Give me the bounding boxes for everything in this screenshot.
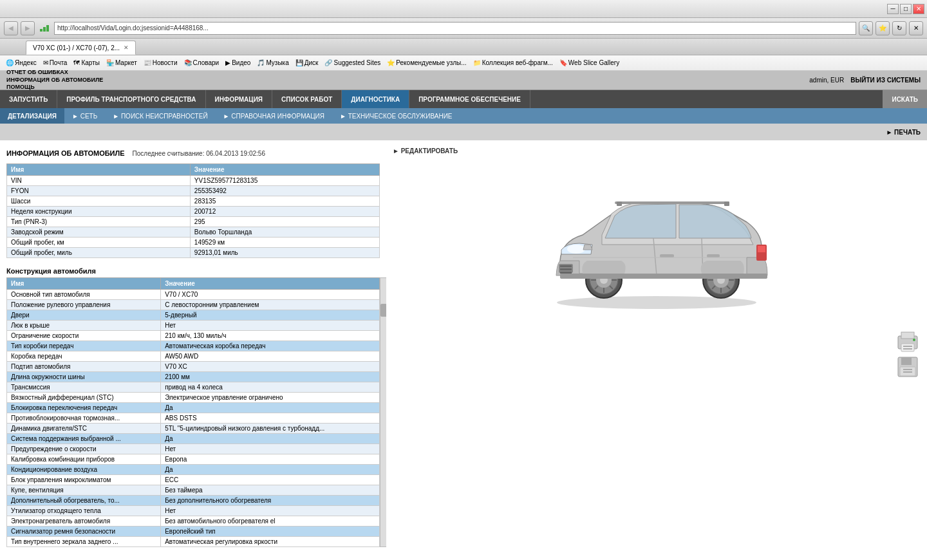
titlebar-buttons: ─ □ ✕ xyxy=(887,4,924,14)
svg-rect-14 xyxy=(758,246,765,252)
fav-item-suggested[interactable]: 🔗 Suggested Sites xyxy=(323,59,382,67)
app-header: ОТЧЕТ ОБ ОШИБКАХ ИНФОРМАЦИЯ ОБ АВТОМОБИЛ… xyxy=(0,71,927,90)
fav-icon-yandex: 🌐 xyxy=(6,59,14,66)
nav-info[interactable]: ИНФОРМАЦИЯ xyxy=(206,90,273,108)
sub-nav: ДЕТАЛИЗАЦИЯ ► СЕТЬ ► ПОИСК НЕИСПРАВНОСТЕ… xyxy=(0,108,927,124)
fav-item-disk[interactable]: 💾 Диск xyxy=(294,59,321,67)
active-tab[interactable]: V70 XC (01-) / XC70 (-07), 2... ✕ xyxy=(26,41,136,55)
construction-name-cell: Вязкостный дифференциал (STC) xyxy=(7,393,161,403)
main-nav: ЗАПУСТИТЬ ПРОФИЛЬ ТРАНСПОРТНОГО СРЕДСТВА… xyxy=(0,90,927,108)
svg-rect-42 xyxy=(901,344,914,351)
fav-item-mail[interactable]: ✉ Почта xyxy=(41,59,70,67)
printer-icon xyxy=(895,328,921,354)
svg-rect-9 xyxy=(560,265,572,267)
maximize-button[interactable]: □ xyxy=(900,4,912,14)
construction-value-cell: 210 км/ч, 130 миль/ч xyxy=(161,331,380,341)
fav-item-yandex[interactable]: 🌐 Яндекс xyxy=(4,59,39,67)
print-button[interactable]: ► ПЕЧАТЬ xyxy=(886,129,921,136)
nav-profile[interactable]: ПРОФИЛЬ ТРАНСПОРТНОГО СРЕДСТВА xyxy=(57,90,205,108)
construction-col-value: Значение xyxy=(161,278,380,290)
tab-close-icon[interactable]: ✕ xyxy=(124,44,129,51)
fav-item-dict[interactable]: 📚 Словари xyxy=(182,59,221,67)
address-input[interactable]: http://localhost/Vida/Login.do;jsessioni… xyxy=(54,22,856,35)
construction-value-cell: Электрическое управление ограничено xyxy=(161,393,380,403)
edit-button[interactable]: ► РЕДАКТИРОВАТЬ xyxy=(393,147,458,154)
back-button[interactable]: ◀ xyxy=(4,21,18,35)
construction-value-cell: Да xyxy=(161,403,380,413)
vehicle-info-name-cell: Общий пробег, км xyxy=(7,238,191,248)
nav-software[interactable]: ПРОГРАММНОЕ ОБЕСПЕЧЕНИЕ xyxy=(409,90,530,108)
logout-button[interactable]: ВЫЙТИ ИЗ СИСТЕМЫ xyxy=(850,77,921,84)
fav-icon-collection: 📁 xyxy=(473,59,481,66)
fav-item-news[interactable]: 📰 Новости xyxy=(142,59,180,67)
favorites-bar: 🌐 Яндекс ✉ Почта 🗺 Карты 🏪 Маркет 📰 Ново… xyxy=(0,55,927,71)
refresh-button[interactable]: ↻ xyxy=(892,21,906,35)
svg-rect-47 xyxy=(901,357,912,365)
search-icon[interactable]: 🔍 xyxy=(859,21,873,35)
construction-name-cell: Тип внутреннего зеркала заднего ... xyxy=(7,537,161,547)
car-image-container xyxy=(393,174,921,315)
stop-button[interactable]: ✕ xyxy=(909,21,923,35)
svg-point-45 xyxy=(913,339,915,341)
nav-launch[interactable]: ЗАПУСТИТЬ xyxy=(0,90,57,108)
vehicle-info-value-cell: 295 xyxy=(190,217,379,227)
construction-name-cell: Трансмиссия xyxy=(7,382,161,393)
construction-value-cell: V70 / XC70 xyxy=(161,290,380,300)
action-bar: ► ПЕЧАТЬ xyxy=(0,124,927,140)
fav-item-collection[interactable]: 📁 Коллекция веб-фрагм... xyxy=(471,59,555,67)
svg-rect-49 xyxy=(903,369,912,370)
subnav-troubleshoot[interactable]: ► ПОИСК НЕИСПРАВНОСТЕЙ xyxy=(105,108,215,124)
construction-name-cell: Сигнализатор ремня безопасности xyxy=(7,527,161,537)
svg-rect-2 xyxy=(617,201,622,206)
favorites-icon[interactable]: ⭐ xyxy=(876,21,890,35)
vehicle-info-value-cell: Вольво Торшланда xyxy=(190,227,379,238)
content-area: ИНФОРМАЦИЯ ОБ АВТОМОБИЛЕ Последнее считы… xyxy=(0,140,927,560)
construction-name-cell: Блокировка переключения передач xyxy=(7,403,161,413)
fav-item-music[interactable]: 🎵 Музыка xyxy=(255,59,290,67)
fav-icon-market: 🏪 xyxy=(106,59,114,66)
construction-name-cell: Основной тип автомобиля xyxy=(7,290,161,300)
subnav-maintenance[interactable]: ► ТЕХНИЧЕСКОЕ ОБСЛУЖИВАНИЕ xyxy=(332,108,460,124)
construction-name-cell: Утилизатор отходящего тепла xyxy=(7,506,161,516)
construction-name-cell: Электронагреватель автомобиля xyxy=(7,516,161,527)
fav-item-recommended[interactable]: ⭐ Рекомендуемые узлы... xyxy=(385,59,468,67)
vehicle-info-link[interactable]: ИНФОРМАЦИЯ ОБ АВТОМОБИЛЕ xyxy=(6,77,103,84)
subnav-details[interactable]: ДЕТАЛИЗАЦИЯ xyxy=(0,108,64,124)
construction-value-cell: Нет xyxy=(161,444,380,454)
fav-item-video[interactable]: ▶ Видео xyxy=(223,59,252,67)
construction-name-cell: Длина окружности шины xyxy=(7,372,161,382)
svg-rect-11 xyxy=(560,272,572,274)
vehicle-info-name-cell: Тип (PNR-3) xyxy=(7,217,191,227)
construction-value-cell: Без автомобильного обогревателя el xyxy=(161,516,380,527)
subnav-reference[interactable]: ► СПРАВОЧНАЯ ИНФОРМАЦИЯ xyxy=(216,108,332,124)
construction-table: Имя Значение Основной тип автомобиляV70 … xyxy=(6,277,380,547)
construction-value-cell: 5TL "5-цилиндровый низкого давления с ту… xyxy=(161,424,380,434)
forward-button[interactable]: ▶ xyxy=(21,21,35,35)
scrollbar[interactable] xyxy=(380,277,386,547)
construction-name-cell: Блок управления микроклиматом xyxy=(7,475,161,485)
vehicle-info-name-cell: FYON xyxy=(7,186,191,196)
construction-name-cell: Купе, вентиляция xyxy=(7,485,161,496)
address-bar: ◀ ▶ http://localhost/Vida/Login.do;jsess… xyxy=(0,18,927,39)
vehicle-info-name-cell: Общий пробег, миль xyxy=(7,248,191,258)
vehicle-info-value-cell: 200712 xyxy=(190,207,379,217)
fav-item-webslice[interactable]: 🔖 Web Slice Gallery xyxy=(557,59,621,67)
fav-item-market[interactable]: 🏪 Маркет xyxy=(104,59,139,67)
nav-diagnostics[interactable]: ДИАГНОСТИКА xyxy=(342,90,409,108)
minimize-button[interactable]: ─ xyxy=(887,4,899,14)
close-button[interactable]: ✕ xyxy=(913,4,924,14)
vehicle-info-name-cell: Заводской режим xyxy=(7,227,191,238)
col-value-header: Значение xyxy=(190,164,379,176)
vehicle-info-value-cell: 92913,01 миль xyxy=(190,248,379,258)
error-report-link[interactable]: ОТЧЕТ ОБ ОШИБКАХ xyxy=(6,69,103,77)
fav-item-maps[interactable]: 🗺 Карты xyxy=(71,59,102,67)
construction-name-cell: Двери xyxy=(7,310,161,321)
nav-worklist[interactable]: СПИСОК РАБОТ xyxy=(272,90,342,108)
printer-area xyxy=(895,328,921,380)
subnav-network[interactable]: ► СЕТЬ xyxy=(64,108,105,124)
nav-search[interactable]: ИСКАТЬ xyxy=(883,90,927,108)
construction-value-cell: Да xyxy=(161,465,380,475)
vehicle-info-value-cell: 255353492 xyxy=(190,186,379,196)
save-icon xyxy=(895,354,921,380)
construction-value-cell: AW50 AWD xyxy=(161,351,380,362)
